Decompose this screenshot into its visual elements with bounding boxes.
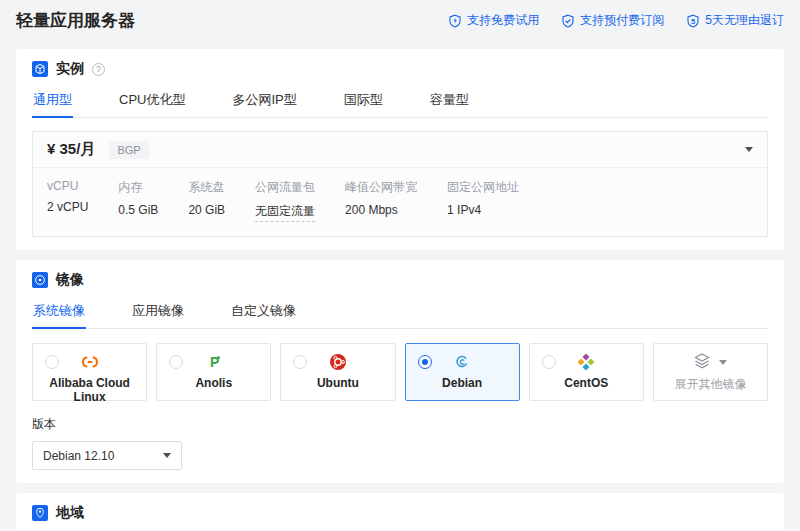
version-select[interactable]: Debian 12.10: [32, 441, 182, 470]
image-section-head: 镜像: [32, 271, 768, 289]
instance-icon: [32, 61, 48, 77]
layers-icon: [693, 352, 711, 373]
region-section-title: 地域: [56, 504, 84, 522]
tab-capacity[interactable]: 容量型: [429, 83, 470, 118]
bgp-tag: BGP: [109, 141, 148, 159]
help-icon[interactable]: ?: [92, 63, 105, 76]
instance-section: 实例 ? 通用型 CPU优化型 多公网IP型 国际型 容量型 ¥ 35/月 BG…: [16, 49, 784, 250]
badge-refund: 5 5天无理由退订: [686, 12, 784, 29]
os-card-ubuntu[interactable]: Ubuntu: [280, 343, 395, 401]
spec-memory: 内存 0.5 GiB: [118, 179, 158, 222]
radio-unchecked[interactable]: [542, 355, 556, 369]
plan-specs: vCPU 2 vCPU 内存 0.5 GiB 系统盘 20 GiB 公网流量包 …: [33, 168, 767, 236]
header-badges: 支持免费试用 支持预付费订阅 5 5天无理由退订: [448, 12, 784, 29]
version-label: 版本: [32, 416, 768, 433]
shield-check-icon: [561, 14, 575, 28]
plan-price: ¥ 35/月: [47, 140, 95, 159]
svg-text:5: 5: [691, 16, 695, 25]
badge-label: 支持预付费订阅: [580, 12, 664, 29]
badge-free-trial: 支持免费试用: [448, 12, 539, 29]
instance-section-title: 实例: [56, 60, 84, 78]
image-section: 镜像 系统镜像 应用镜像 自定义镜像 Alibaba Cloud Linux P…: [16, 260, 784, 483]
badge-prepaid-subscription: 支持预付费订阅: [561, 12, 664, 29]
region-section-head: 地域: [32, 504, 768, 522]
image-section-title: 镜像: [56, 271, 84, 289]
shield-lightning-icon: [448, 14, 462, 28]
shield-five-icon: 5: [686, 14, 700, 28]
spec-peak-bandwidth: 峰值公网带宽 200 Mbps: [345, 179, 417, 222]
page-title: 轻量应用服务器: [16, 9, 135, 32]
tab-system-image[interactable]: 系统镜像: [32, 294, 86, 329]
badge-label: 支持免费试用: [467, 12, 539, 29]
os-card-debian[interactable]: Debian: [405, 343, 520, 401]
os-card-centos[interactable]: CentOS: [529, 343, 644, 401]
instance-tabs: 通用型 CPU优化型 多公网IP型 国际型 容量型: [32, 83, 768, 118]
instance-section-head: 实例 ?: [32, 60, 768, 78]
tab-multi-public-ip[interactable]: 多公网IP型: [231, 83, 297, 118]
spec-traffic-package: 公网流量包 无固定流量: [255, 179, 315, 222]
region-section: 地域 上海: [16, 493, 784, 531]
radio-unchecked[interactable]: [45, 355, 59, 369]
chevron-down-icon[interactable]: [745, 147, 753, 152]
badge-label: 5天无理由退订: [705, 12, 784, 29]
image-tabs: 系统镜像 应用镜像 自定义镜像: [32, 294, 768, 329]
expand-other-images-button[interactable]: 展开其他镜像: [653, 343, 768, 401]
tab-custom-image[interactable]: 自定义镜像: [230, 294, 297, 329]
chevron-down-icon: [163, 453, 171, 458]
spec-system-disk: 系统盘 20 GiB: [188, 179, 225, 222]
tab-app-image[interactable]: 应用镜像: [131, 294, 185, 329]
tab-general-purpose[interactable]: 通用型: [32, 83, 73, 118]
region-icon: [32, 505, 48, 521]
plan-selector[interactable]: ¥ 35/月 BGP vCPU 2 vCPU 内存 0.5 GiB 系统盘 20…: [32, 131, 768, 237]
spec-vcpu: vCPU 2 vCPU: [47, 179, 88, 222]
radio-checked[interactable]: [418, 355, 432, 369]
plan-row[interactable]: ¥ 35/月 BGP: [33, 132, 767, 168]
version-value: Debian 12.10: [43, 449, 114, 463]
os-card-alibaba-cloud-linux[interactable]: Alibaba Cloud Linux: [32, 343, 147, 401]
tab-international[interactable]: 国际型: [343, 83, 384, 118]
page-header: 轻量应用服务器 支持免费试用 支持预付费订阅 5 5天无理由退订: [0, 0, 800, 39]
spec-fixed-public-ip: 固定公网地址 1 IPv4: [447, 179, 519, 222]
tab-cpu-optimized[interactable]: CPU优化型: [118, 83, 186, 118]
image-icon: [32, 272, 48, 288]
os-card-anolis[interactable]: P Anolis: [156, 343, 271, 401]
chevron-down-icon: [719, 360, 727, 365]
os-options-row: Alibaba Cloud Linux P Anolis Ubuntu Debi…: [32, 343, 768, 401]
